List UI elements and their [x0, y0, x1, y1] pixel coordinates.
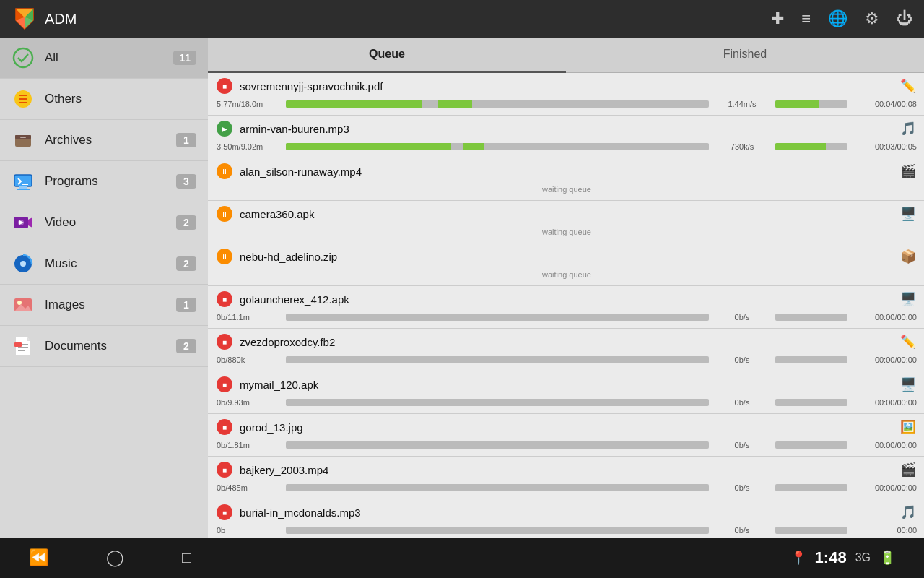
progress-bar2-6 [775, 314, 847, 321]
svg-rect-17 [19, 186, 27, 189]
speed-9: 0b/s [713, 441, 771, 449]
file-type-icon-9: 🖼️ [899, 418, 917, 436]
size-progress-1: 5.77m/18.0m [217, 100, 282, 108]
sidebar-item-music[interactable]: Music 2 [0, 243, 208, 285]
size-progress-10: 0b/485m [217, 483, 282, 492]
status-button-4[interactable]: ⏸ [217, 206, 232, 222]
size-progress-8: 0b/9.93m [217, 398, 282, 407]
sidebar-item-all-label: All [45, 51, 173, 65]
tab-finished[interactable]: Finished [566, 38, 924, 72]
file-type-icon-11: 🎵 [899, 504, 917, 521]
stop-icon: ■ [222, 338, 227, 346]
filename-7: zvezdoproxodcy.fb2 [240, 336, 892, 348]
status-button-7[interactable]: ■ [217, 334, 232, 350]
sidebar-item-images[interactable]: Images 1 [0, 285, 208, 326]
music-icon [12, 252, 35, 275]
file-type-icon-10: 🎬 [899, 461, 917, 478]
status-button-3[interactable]: ⏸ [217, 163, 232, 179]
sidebar-item-documents[interactable]: Documents 2 [0, 326, 208, 367]
stop-icon: ■ [222, 82, 227, 90]
topbar: ADM ✚ ≡ 🌐 ⚙ ⏻ [0, 0, 924, 38]
adm-logo-icon [12, 6, 38, 32]
sidebar-item-programs-badge: 3 [176, 174, 196, 189]
tabs: Queue Finished [208, 38, 924, 73]
menu-icon[interactable]: ≡ [801, 9, 811, 28]
list-item: ■ zvezdoproxodcy.fb2 ✏️ 0b/880k 0b/s 00:… [208, 329, 924, 371]
status-button-9[interactable]: ■ [217, 419, 232, 435]
filename-11: burial-in_mcdonalds.mp3 [240, 506, 892, 519]
size-progress-9: 0b/1.81m [217, 441, 282, 449]
back-button[interactable]: ⏪ [29, 548, 48, 567]
stop-icon: ■ [222, 466, 227, 474]
sidebar-item-all-badge: 11 [173, 51, 196, 65]
waiting-queue-4: waiting queue [217, 228, 917, 236]
download-list: ■ sovremennyjj-spravochnik.pdf ✏️ 5.77m/… [208, 73, 924, 538]
progress-bar2-2 [775, 143, 847, 150]
pause-icon: ⏸ [221, 168, 228, 176]
progress-bar-8 [286, 399, 709, 406]
sidebar-item-all[interactable]: All 11 [0, 38, 208, 79]
status-button-11[interactable]: ■ [217, 504, 232, 520]
filename-3: alan_silson-runaway.mp4 [240, 165, 892, 178]
gps-icon: 📍 [790, 550, 806, 566]
sidebar: All 11 Others [0, 38, 208, 538]
play-icon: ▶ [222, 125, 227, 133]
svg-rect-14 [20, 137, 26, 138]
speed-1: 1.44m/s [713, 100, 771, 108]
sidebar-item-programs[interactable]: Programs 3 [0, 161, 208, 202]
add-icon[interactable]: ✚ [771, 9, 784, 28]
time-10: 00:00/00:00 [852, 483, 917, 492]
programs-icon [12, 170, 35, 193]
stop-icon: ■ [222, 423, 227, 431]
main-layout: All 11 Others [0, 38, 924, 538]
progress-bar-9 [286, 441, 709, 449]
status-button-2[interactable]: ▶ [217, 121, 232, 137]
file-type-icon-7: ✏️ [899, 333, 917, 350]
progress-bar2-8 [775, 399, 847, 406]
battery-icon: 🔋 [879, 550, 895, 566]
size-progress-7: 0b/880k [217, 355, 282, 364]
sidebar-item-programs-label: Programs [45, 174, 176, 189]
status-button-8[interactable]: ■ [217, 376, 232, 392]
size-progress-2: 3.50m/9.02m [217, 142, 282, 151]
list-item: ■ mymail_120.apk 🖥️ 0b/9.93m 0b/s 00:00/… [208, 371, 924, 414]
sidebar-item-music-badge: 2 [176, 256, 196, 271]
filename-10: bajkery_2003.mp4 [240, 464, 892, 476]
status-button-5[interactable]: ⏸ [217, 249, 232, 264]
app-logo: ADM [12, 6, 77, 32]
svg-rect-34 [14, 342, 22, 347]
status-button-1[interactable]: ■ [217, 78, 232, 94]
progress-bar2-11 [775, 527, 847, 534]
status-button-10[interactable]: ■ [217, 462, 232, 478]
sidebar-item-others[interactable]: Others [0, 79, 208, 120]
progress-bar2-10 [775, 484, 847, 491]
time-display: 1:48 [815, 548, 847, 567]
progress-bar-10 [286, 484, 709, 491]
sidebar-item-documents-label: Documents [45, 339, 176, 353]
svg-rect-18 [17, 189, 30, 190]
waiting-queue-3: waiting queue [217, 185, 917, 194]
file-type-icon-5: 📦 [899, 248, 917, 265]
progress-bar-1 [286, 100, 709, 108]
power-icon[interactable]: ⏻ [897, 9, 912, 28]
file-type-icon-3: 🎬 [899, 163, 917, 180]
filename-1: sovremennyjj-spravochnik.pdf [240, 80, 892, 92]
tab-queue[interactable]: Queue [208, 38, 566, 73]
home-button[interactable]: ◯ [106, 548, 124, 567]
globe-icon[interactable]: 🌐 [828, 9, 847, 28]
equalizer-icon[interactable]: ⚙ [865, 9, 879, 28]
sidebar-item-archives-badge: 1 [176, 133, 196, 147]
list-item: ■ burial-in_mcdonalds.mp3 🎵 0b 0b/s 00:0… [208, 499, 924, 538]
status-button-6[interactable]: ■ [217, 291, 232, 307]
progress-bar-6 [286, 314, 709, 321]
svg-marker-21 [28, 217, 32, 228]
recents-button[interactable]: □ [182, 548, 191, 567]
sidebar-item-archives[interactable]: Archives 1 [0, 120, 208, 161]
sidebar-item-video[interactable]: Video 2 [0, 202, 208, 243]
progress-bar-2 [286, 143, 709, 150]
filename-9: gorod_13.jpg [240, 421, 892, 434]
app-title: ADM [45, 11, 77, 27]
list-item: ■ sovremennyjj-spravochnik.pdf ✏️ 5.77m/… [208, 73, 924, 116]
list-item: ▶ armin-van-buuren.mp3 🎵 3.50m/9.02m 730… [208, 116, 924, 158]
waiting-queue-5: waiting queue [217, 270, 917, 279]
